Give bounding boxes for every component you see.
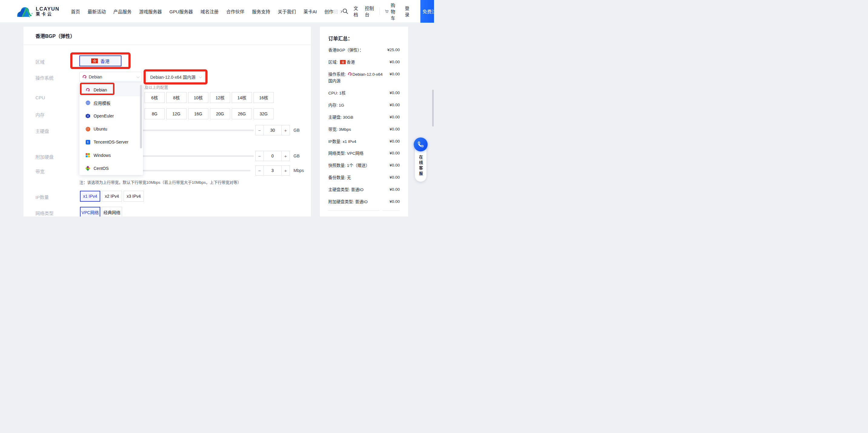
phone-icon xyxy=(417,141,424,148)
nav-item[interactable]: 关于我们 xyxy=(278,8,296,14)
debian-icon xyxy=(82,75,87,79)
memory-option[interactable]: 20G xyxy=(210,109,230,119)
bandwidth-value-input[interactable]: 3 xyxy=(264,165,282,176)
login-link[interactable]: 登录 xyxy=(405,5,411,18)
hong-kong-flag-icon xyxy=(340,60,346,64)
os-dropdown-item[interactable]: TencentOS-Server xyxy=(79,136,143,149)
os-dropdown-item[interactable]: Windows xyxy=(79,149,143,162)
memory-option[interactable]: 32G xyxy=(253,109,274,119)
bandwidth-unit: Mbps xyxy=(293,168,304,173)
network-option[interactable]: 经典网络 xyxy=(102,207,122,216)
memory-option[interactable]: 8G xyxy=(145,109,165,119)
online-service-label: 在线客服 xyxy=(418,155,424,177)
cart-label: 购物车 xyxy=(391,2,400,21)
summary-price: ¥0.00 xyxy=(390,102,400,108)
cpu-option[interactable]: 8核 xyxy=(166,92,187,103)
cpu-option[interactable]: 10核 xyxy=(188,92,208,103)
page-scrollbar[interactable] xyxy=(432,90,434,127)
os-dropdown-item[interactable]: CentOS xyxy=(79,162,143,175)
debian-icon xyxy=(347,72,352,76)
bandwidth-plus-button[interactable]: + xyxy=(281,165,290,176)
summary-row: 主硬盘类型: 普通IO ¥0.00 xyxy=(328,186,400,193)
dropdown-scrollbar[interactable] xyxy=(140,85,142,148)
ip-option[interactable]: x3 IPv4 xyxy=(124,191,144,202)
nav-item[interactable]: 域名注册 xyxy=(200,8,219,14)
os-family-select[interactable]: Debian xyxy=(79,72,142,82)
os-recommend-note: 及以上的配置 xyxy=(145,84,168,90)
nav-docs-link[interactable]: 文档 xyxy=(353,5,360,18)
cpu-label: CPU xyxy=(35,95,45,100)
ip-options: x1 IPv4x2 IPv4x3 IPv4 xyxy=(80,191,144,202)
memory-label: 内存 xyxy=(35,112,44,118)
summary-price: ¥0.00 xyxy=(390,174,400,181)
extra-disk-label: 附加硬盘 xyxy=(35,154,54,160)
summary-price: ¥0.00 xyxy=(390,126,400,132)
bandwidth-label: 带宽 xyxy=(35,168,44,175)
logo-mark-icon xyxy=(17,4,33,18)
ip-label: IP数量 xyxy=(35,194,49,200)
os-dropdown-item[interactable]: 应用模板 xyxy=(79,96,143,109)
brand-logo[interactable]: LCAYUN 莱卡云 xyxy=(17,4,59,18)
nav-item[interactable]: 游戏服务器 xyxy=(139,8,162,14)
os-dropdown-item[interactable]: OpenEuler xyxy=(79,109,143,122)
nav-item[interactable]: 产品服务 xyxy=(113,8,131,14)
region-label: 区域 xyxy=(35,58,44,65)
ip-option[interactable]: x1 IPv4 xyxy=(80,191,100,202)
os-label: 操作系统 xyxy=(35,74,54,81)
nav-console-link[interactable]: 控制台 xyxy=(365,5,374,18)
os-icon xyxy=(85,166,91,171)
memory-option[interactable]: 26G xyxy=(232,109,252,119)
search-icon[interactable] xyxy=(342,8,348,14)
nav-menu: 首页最新活动产品服务游戏服务器GPU服务器域名注册合作伙伴服务支持关于我们莱卡A… xyxy=(71,8,338,14)
summary-row: 带宽: 3Mbps ¥0.00 xyxy=(328,126,400,133)
summary-price: ¥0.00 xyxy=(390,114,400,120)
disk-value-input[interactable]: 30 xyxy=(264,125,282,135)
cart-link[interactable]: 购物车 xyxy=(384,2,400,21)
cpu-options: 6核8核10核12核14核16核 xyxy=(145,92,274,103)
extra-disk-unit: GB xyxy=(293,154,300,158)
cpu-option[interactable]: 14核 xyxy=(232,92,252,103)
bandwidth-slider[interactable] xyxy=(135,170,250,172)
nav-item[interactable]: 服务支持 xyxy=(252,8,270,14)
os-icon xyxy=(86,127,90,131)
summary-list: 香港BGP（弹性）： ¥25.00 区域: 香港 ¥0.00 操作系统: Deb… xyxy=(328,47,400,205)
memory-option[interactable]: 12G xyxy=(166,109,187,119)
nav-item[interactable]: 创作招 xyxy=(324,8,338,14)
summary-row: 区域: 香港 ¥0.00 xyxy=(328,59,400,65)
config-card: 香港BGP（弹性） 区域 香港 操作系统 Debian Debian-12.0-… xyxy=(23,27,311,216)
disk-minus-button[interactable]: − xyxy=(255,125,264,135)
nav-item[interactable]: 首页 xyxy=(71,8,80,14)
nav-item[interactable]: 莱卡AI xyxy=(304,8,317,14)
extra-disk-plus-button[interactable]: + xyxy=(281,151,290,161)
extra-disk-value-input[interactable]: 0 xyxy=(264,151,282,161)
network-option[interactable]: VPC网络 xyxy=(80,207,100,216)
top-nav: LCAYUN 莱卡云 首页最新活动产品服务游戏服务器GPU服务器域名注册合作伙伴… xyxy=(0,0,434,23)
summary-row: 附加硬盘类型: 普通IO ¥0.00 xyxy=(328,198,400,205)
cpu-option[interactable]: 16核 xyxy=(253,92,274,103)
nav-item[interactable]: GPU服务器 xyxy=(169,8,193,14)
region-option-hongkong[interactable]: 香港 xyxy=(79,55,121,66)
memory-option[interactable]: 16G xyxy=(188,109,208,119)
cart-icon xyxy=(384,8,389,14)
bandwidth-stepper: − 3 + xyxy=(255,165,290,176)
cpu-option[interactable]: 12核 xyxy=(210,92,230,103)
nav-item[interactable]: 合作伙伴 xyxy=(226,8,244,14)
extra-disk-minus-button[interactable]: − xyxy=(255,151,264,161)
disk-slider[interactable] xyxy=(135,130,254,131)
chevron-down-icon xyxy=(199,75,202,78)
nav-divider xyxy=(379,7,380,15)
bandwidth-minus-button[interactable]: − xyxy=(255,165,264,176)
order-summary-card: 订单汇总： 香港BGP（弹性）： ¥25.00 区域: 香港 ¥0.00 操作系… xyxy=(320,27,408,216)
hong-kong-flag-icon xyxy=(91,58,98,63)
disk-plus-button[interactable]: + xyxy=(281,125,290,135)
register-button[interactable]: 免费注册 xyxy=(421,0,434,23)
ip-option[interactable]: x2 IPv4 xyxy=(102,191,122,202)
nav-item[interactable]: 最新活动 xyxy=(88,8,106,14)
os-dropdown-item[interactable]: Debian xyxy=(79,83,143,96)
brand-name-cn: 莱卡云 xyxy=(36,12,59,17)
os-version-select[interactable]: Debian-12.0-x64 国内源 xyxy=(147,72,205,82)
phone-button[interactable] xyxy=(414,137,428,151)
extra-disk-slider[interactable] xyxy=(135,155,254,157)
os-dropdown-item[interactable]: Ubuntu xyxy=(79,123,143,136)
cpu-option[interactable]: 6核 xyxy=(145,92,165,103)
